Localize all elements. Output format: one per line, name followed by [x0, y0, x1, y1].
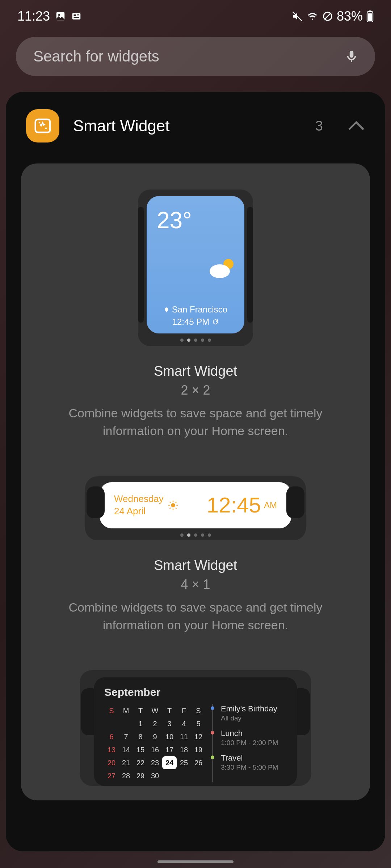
widget-name: Smart Widget	[43, 558, 348, 573]
weather-preview: 23° San Francisco 12:45 PM	[147, 196, 244, 333]
svg-line-23	[170, 502, 171, 502]
gallery-icon	[55, 11, 66, 22]
mute-icon	[292, 11, 303, 22]
battery-icon	[366, 10, 374, 22]
widget-description: Combine widgets to save space and get ti…	[43, 404, 348, 440]
status-time: 11:23	[17, 9, 50, 24]
event-title: Travel	[221, 753, 287, 763]
sun-icon	[168, 500, 178, 510]
no-sim-icon	[322, 11, 333, 22]
nav-handle[interactable]	[157, 860, 234, 863]
weather-time: 12:45 PM	[172, 317, 210, 327]
location-pin-icon	[164, 306, 169, 314]
widget-item-calendar[interactable]: September SMTWTFS12345678910111213141516…	[43, 670, 348, 786]
calendar-grid: SMTWTFS123456789101112131415161718192021…	[104, 704, 206, 782]
event-time: 1:00 PM - 2:00 PM	[221, 739, 287, 747]
widget-item-2x2[interactable]: 23° San Francisco 12:45 PM	[43, 190, 348, 440]
clock-ampm: AM	[264, 500, 277, 510]
svg-point-14	[39, 122, 41, 124]
weather-location: San Francisco	[172, 305, 227, 314]
widget-description: Combine widgets to save space and get ti…	[43, 599, 348, 634]
svg-rect-4	[77, 14, 79, 15]
widget-size: 2 × 2	[43, 383, 348, 398]
smart-widget-app-icon	[26, 109, 59, 142]
clock-time: 12:45	[207, 493, 261, 518]
clock-date: 24 April	[114, 505, 164, 518]
svg-point-18	[171, 503, 175, 507]
event-title: Emily's Birthday	[221, 704, 287, 714]
panel-title: Smart Widget	[73, 117, 315, 135]
event-time: 3:30 PM - 5:00 PM	[221, 763, 287, 771]
smart-widget-panel: Smart Widget 3 23° San Franci	[6, 92, 385, 851]
resize-handle-left	[138, 207, 144, 323]
svg-point-1	[58, 14, 60, 16]
search-input[interactable]: Search for widgets	[16, 37, 375, 76]
svg-rect-5	[77, 16, 79, 16]
calendar-preview: September SMTWTFS12345678910111213141516…	[94, 677, 297, 786]
battery-percent: 83%	[337, 9, 363, 24]
chevron-up-icon[interactable]	[348, 121, 365, 131]
clock-day: Wednesday	[114, 493, 164, 505]
news-icon	[71, 11, 82, 22]
page-indicator	[100, 533, 291, 537]
status-bar: 11:23 83%	[0, 0, 391, 33]
svg-line-25	[170, 508, 171, 509]
svg-rect-6	[74, 17, 79, 18]
panel-count: 3	[315, 118, 323, 134]
panel-header[interactable]: Smart Widget 3	[6, 101, 385, 157]
resize-handle-right	[286, 486, 304, 518]
event-title: Lunch	[221, 729, 287, 738]
event-time: All day	[221, 714, 287, 722]
wifi-icon	[306, 11, 319, 22]
mic-icon[interactable]	[344, 49, 359, 64]
search-placeholder: Search for widgets	[33, 48, 344, 65]
widget-item-4x1[interactable]: Wednesday 24 April 12:45 AM	[43, 476, 348, 634]
svg-point-17	[210, 264, 230, 278]
calendar-month: September	[104, 686, 287, 698]
svg-line-9	[325, 14, 330, 19]
clock-preview: Wednesday 24 April 12:45 AM	[100, 482, 291, 528]
widget-name: Smart Widget	[43, 363, 348, 379]
svg-rect-3	[74, 14, 76, 16]
resize-handle-left	[87, 486, 105, 518]
svg-point-15	[45, 128, 47, 129]
svg-line-24	[176, 508, 176, 509]
svg-rect-2	[72, 13, 81, 20]
svg-rect-12	[368, 13, 372, 21]
weather-cloud-sun-icon	[208, 258, 236, 280]
widgets-list: 23° San Francisco 12:45 PM	[21, 163, 370, 800]
calendar-events: Emily's Birthday All day Lunch 1:00 PM -…	[212, 704, 287, 782]
widget-size: 4 × 1	[43, 577, 348, 592]
svg-line-26	[176, 502, 176, 502]
weather-temp: 23°	[157, 207, 234, 234]
resize-handle-right	[247, 207, 253, 323]
refresh-icon	[212, 319, 219, 325]
page-indicator	[147, 339, 244, 342]
